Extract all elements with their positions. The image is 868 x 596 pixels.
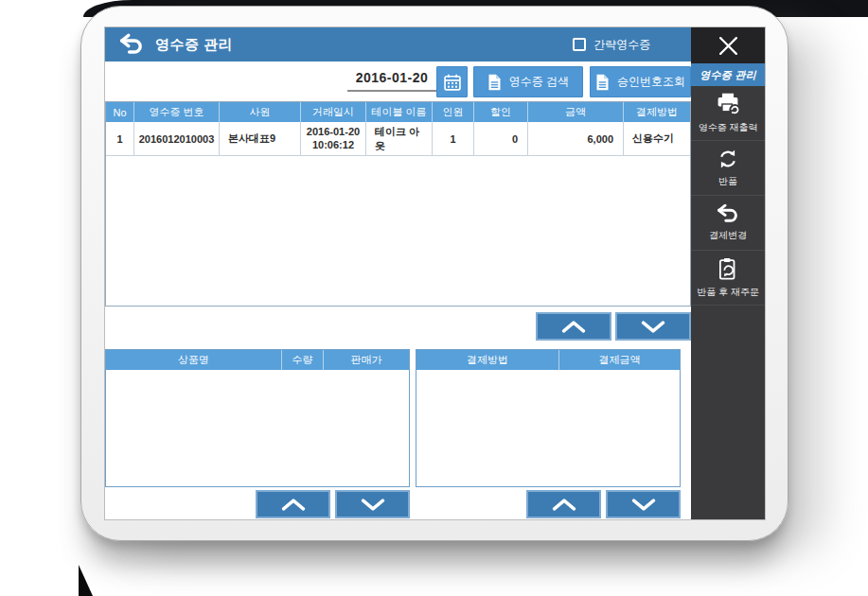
back-button[interactable] [117,32,146,57]
col-datetime: 거래일시 [301,102,366,122]
return-button[interactable]: 반품 [691,141,765,196]
checkbox-icon [573,38,586,51]
col-amount: 금액 [528,102,624,122]
col-receipt-no: 영수증 번호 [134,102,220,122]
approval-number-button[interactable]: 승인번호조회 [590,66,691,97]
col-sale-price: 판매가 [324,350,409,370]
receipt-scroll-controls [105,312,691,341]
calendar-icon [443,73,462,92]
cell-datetime: 2016-01-20 10:06:12 [301,122,366,155]
items-table-empty-area [106,370,409,486]
col-payment-amount: 결제금액 [559,350,680,370]
cell-time: 10:06:12 [307,139,360,152]
col-payment-method: 결제방법 [416,350,559,370]
reorder-after-return-button[interactable]: 반품 후 재주문 [691,251,765,306]
receipt-search-label: 영수증 검색 [509,74,569,90]
close-icon [717,34,740,58]
receipt-table-empty-area [106,156,690,306]
tablet-frame: 영수증 관리 간략영수증 2016-01-20 [80,6,788,541]
date-input[interactable]: 2016-01-20 [347,70,436,92]
change-payment-button[interactable]: 결제변경 [691,196,765,251]
approval-number-label: 승인번호조회 [617,74,685,90]
document-icon [487,74,502,91]
col-payment: 결제방법 [624,102,690,122]
payments-table: 결제방법 결제금액 [416,349,681,487]
cell-no: 1 [106,122,134,155]
page-title: 영수증 관리 [155,36,233,54]
cell-amount: 6,000 [528,122,624,155]
payments-scroll-down-button[interactable] [606,490,681,518]
reprint-receipt-button[interactable]: 영수증 재출력 [691,86,765,141]
col-guests: 인원 [433,102,474,122]
col-no: No [106,102,134,122]
receipt-table-row[interactable]: 1 2016012010003 본사대표9 2016-01-20 10:06:1… [106,122,690,156]
cell-employee: 본사대표9 [220,122,301,155]
receipt-scroll-up-button[interactable] [536,312,611,341]
items-scroll-controls [105,490,410,518]
payments-table-header: 결제방법 결제금액 [416,350,680,370]
items-table-header: 상품명 수량 판매가 [106,350,409,370]
app-screen: 영수증 관리 간략영수증 2016-01-20 [104,26,766,520]
items-section: 상품명 수량 판매가 [105,349,410,518]
calendar-button[interactable] [436,66,468,97]
items-scroll-down-button[interactable] [335,490,410,518]
receipt-scroll-down-button[interactable] [615,312,691,341]
shadow-artifact [79,565,93,596]
payments-scroll-up-button[interactable] [526,490,601,518]
back-arrow-icon [118,33,145,56]
sidebar-title: 영수증 관리 [691,63,765,86]
col-employee: 사원 [220,102,301,122]
items-scroll-up-button[interactable] [256,490,330,518]
document-icon [595,74,610,91]
payments-section: 결제방법 결제금액 [416,349,681,518]
undo-icon [716,203,740,224]
printer-refresh-icon [715,92,741,116]
cell-receipt-no: 2016012010003 [134,122,220,155]
col-discount: 할인 [474,102,528,122]
cell-guests: 1 [433,122,474,155]
detail-section: 상품명 수량 판매가 [105,349,691,518]
page-canvas: 영수증 관리 간략영수증 2016-01-20 [0,0,868,596]
receipt-table-header: No 영수증 번호 사원 거래일시 테이블 이름 인원 할인 금액 결제방법 [106,102,690,122]
chevron-up-icon [561,321,586,333]
chevron-down-icon [361,499,385,511]
refresh-icon [717,148,739,170]
clipboard-redo-icon [716,256,740,281]
payments-scroll-controls [416,490,681,518]
cell-table-name: 테이크 아웃 [366,122,433,155]
chevron-down-icon [631,499,656,511]
close-button[interactable] [691,27,765,63]
return-label: 반품 [718,175,737,188]
reorder-after-return-label: 반품 후 재주문 [697,286,759,299]
chevron-up-icon [281,499,306,511]
simple-receipt-checkbox[interactable]: 간략영수증 [573,37,650,53]
sidebar-filler [691,306,765,519]
reprint-receipt-label: 영수증 재출력 [699,121,758,134]
col-quantity: 수량 [282,350,324,370]
main-area: 영수증 관리 간략영수증 2016-01-20 [105,27,691,519]
receipt-table: No 영수증 번호 사원 거래일시 테이블 이름 인원 할인 금액 결제방법 1… [105,101,691,307]
change-payment-label: 결제변경 [709,229,747,242]
action-sidebar: 영수증 관리 영수증 재출력 [691,27,765,519]
items-table: 상품명 수량 판매가 [105,349,410,487]
col-table-name: 테이블 이름 [366,102,433,122]
chevron-down-icon [641,321,665,333]
receipt-search-button[interactable]: 영수증 검색 [473,66,583,97]
col-item-name: 상품명 [106,350,282,370]
cell-date: 2016-01-20 [307,126,360,139]
cell-payment: 신용수기 [624,122,690,155]
app-header-bar: 영수증 관리 간략영수증 [105,27,691,61]
search-toolbar: 2016-01-20 [105,61,691,101]
chevron-up-icon [552,499,576,511]
checkbox-label: 간략영수증 [593,37,650,53]
payments-table-empty-area [416,370,680,486]
cell-discount: 0 [474,122,528,155]
